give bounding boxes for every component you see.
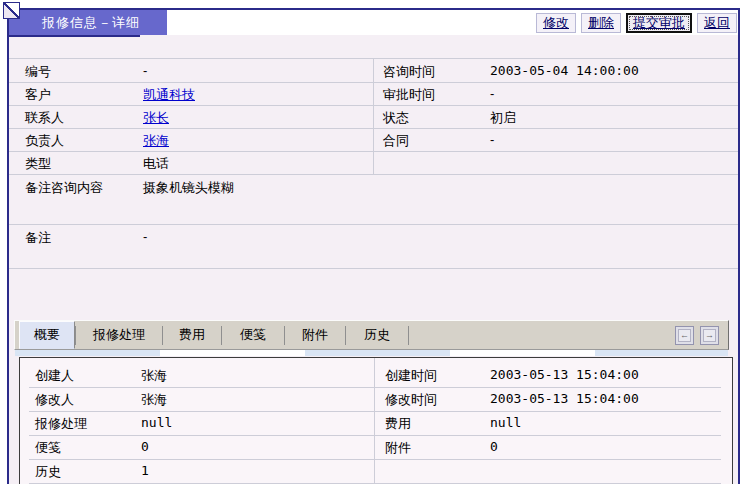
- tab-bar: 概要 报修处理 费用 便笺 附件 历史 ← →: [14, 320, 729, 350]
- field-label: 咨询时间: [383, 63, 435, 81]
- page-title: 报修信息－详细: [9, 10, 167, 35]
- field-label: 客户: [25, 86, 51, 104]
- field-label: 费用: [385, 415, 411, 433]
- field-row-number: 编号 - 咨询时间 2003-05-04 14:00:00: [9, 59, 738, 83]
- fold-corner-icon: [3, 2, 20, 19]
- field-value: 2003-05-04 14:00:00: [490, 63, 639, 78]
- summary-row-creator: 创建人 张海 创建时间 2003-05-13 15:04:00: [29, 363, 721, 388]
- field-label: 修改人: [35, 391, 74, 409]
- field-value: 电话: [143, 155, 169, 173]
- field-value: null: [490, 415, 521, 430]
- tab-repair-handling[interactable]: 报修处理: [76, 321, 162, 349]
- submit-approval-button[interactable]: 提交审批: [626, 13, 692, 33]
- field-row-note: 备注 -: [9, 224, 738, 269]
- arrow-right-icon: →: [703, 329, 716, 342]
- field-label: 备注咨询内容: [25, 179, 103, 197]
- arrow-left-icon: ←: [678, 329, 691, 342]
- field-value: null: [141, 415, 172, 430]
- field-label: 联系人: [25, 109, 64, 127]
- title-underline: [9, 35, 140, 37]
- summary-row-repair-handling: 报修处理 null 费用 null: [29, 411, 721, 436]
- frame-border-right: [738, 8, 740, 484]
- field-value: 摄象机镜头模糊: [143, 179, 234, 197]
- modify-button[interactable]: 修改: [536, 13, 576, 33]
- repair-detail-screen: 报修信息－详细 修改 删除 提交审批 返回 编号 - 咨询时间 2003-05-…: [0, 0, 743, 484]
- field-label: 审批时间: [383, 86, 435, 104]
- field-label: 历史: [35, 463, 61, 481]
- field-value: 0: [490, 439, 498, 454]
- tab-scroll-right-button[interactable]: →: [700, 326, 719, 345]
- tab-separator: [408, 326, 409, 345]
- back-button[interactable]: 返回: [697, 13, 737, 33]
- tab-scroll-left-button[interactable]: ←: [675, 326, 694, 345]
- field-row-owner: 负责人 张海 合同 -: [9, 128, 738, 152]
- field-value: -: [143, 63, 147, 78]
- tab-bottom-strip: [15, 350, 728, 356]
- field-row-contact: 联系人 张长 状态 初启: [9, 105, 738, 129]
- contact-link[interactable]: 张长: [143, 110, 169, 125]
- field-label: 便笺: [35, 439, 61, 457]
- header-button-row: 修改 删除 提交审批 返回: [536, 12, 737, 33]
- field-value: 初启: [490, 109, 516, 127]
- field-value: 0: [141, 439, 149, 454]
- field-label: 创建人: [35, 367, 74, 385]
- field-row-type: 类型 电话: [9, 151, 738, 175]
- field-value: -: [490, 86, 494, 101]
- customer-link[interactable]: 凯通科技: [143, 87, 195, 102]
- summary-row-modifier: 修改人 张海 修改时间 2003-05-13 15:04:00: [29, 387, 721, 412]
- field-value: 张海: [141, 367, 167, 385]
- field-label: 类型: [25, 155, 51, 173]
- field-value: -: [143, 229, 147, 244]
- tab-attachment[interactable]: 附件: [285, 321, 345, 349]
- field-value: -: [490, 132, 494, 147]
- field-label: 修改时间: [385, 391, 437, 409]
- owner-link[interactable]: 张海: [143, 133, 169, 148]
- tab-scroll-buttons: ← →: [675, 321, 728, 349]
- field-value: 2003-05-13 15:04:00: [490, 391, 639, 406]
- field-row-customer: 客户 凯通科技 审批时间 -: [9, 82, 738, 106]
- field-label: 报修处理: [35, 415, 87, 433]
- field-value: 张海: [141, 391, 167, 409]
- tab-memo[interactable]: 便笺: [222, 321, 284, 349]
- field-label: 合同: [383, 132, 409, 150]
- field-label: 状态: [383, 109, 409, 127]
- field-row-consult-content: 备注咨询内容 摄象机镜头模糊: [9, 174, 738, 225]
- summary-row-history: 历史 1: [29, 459, 721, 484]
- field-label: 附件: [385, 439, 411, 457]
- delete-button[interactable]: 删除: [581, 13, 621, 33]
- field-value: 1: [141, 463, 149, 478]
- tab-fee[interactable]: 费用: [163, 321, 221, 349]
- field-value: 2003-05-13 15:04:00: [490, 367, 639, 382]
- summary-row-memo: 便笺 0 附件 0: [29, 435, 721, 460]
- field-label: 负责人: [25, 132, 64, 150]
- tab-history[interactable]: 历史: [346, 321, 408, 349]
- field-label: 编号: [25, 63, 51, 81]
- field-label: 备注: [25, 229, 51, 247]
- field-label: 创建时间: [385, 367, 437, 385]
- tab-summary[interactable]: 概要: [19, 321, 75, 349]
